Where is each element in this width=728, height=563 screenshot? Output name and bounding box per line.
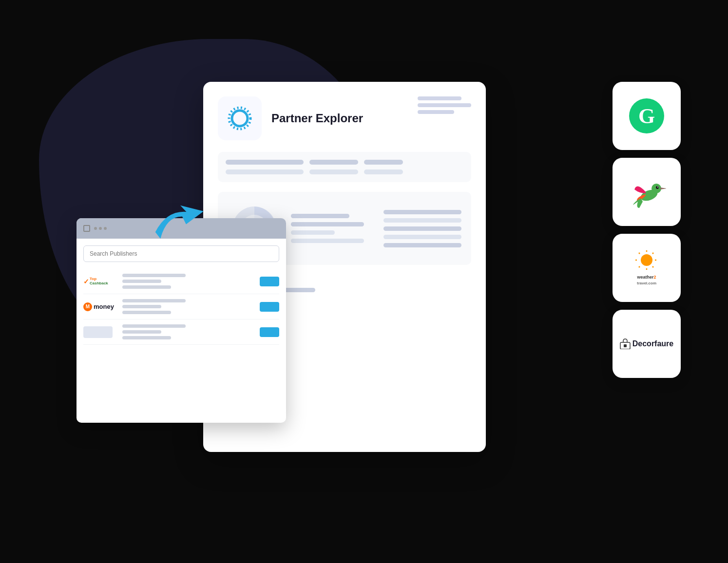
decorfaure-logo: Decorfaure xyxy=(620,338,673,349)
money-m-icon: M xyxy=(83,302,92,311)
svg-line-15 xyxy=(652,266,653,267)
money-text: money xyxy=(94,303,114,310)
publisher-content: ✓ Top Cashback xyxy=(77,239,286,352)
publisher-item-topcashback: ✓ Top Cashback xyxy=(83,269,279,294)
placeholder-button[interactable] xyxy=(260,327,279,337)
chart-info-line-2 xyxy=(291,222,364,226)
placeholder-line-2 xyxy=(122,330,161,334)
meta-line-1 xyxy=(418,96,461,100)
weather-travel-text: weather2 travel.com xyxy=(637,275,656,286)
topcashback-line-2 xyxy=(122,280,161,283)
hummingbird-logo xyxy=(627,175,666,209)
weather-travel-logo: weather2 travel.com xyxy=(632,249,661,286)
decorfaure-text-label: Decorfaure xyxy=(632,339,673,348)
browser-dot-1 xyxy=(94,227,97,230)
browser-square-icon xyxy=(83,225,90,232)
right-panel-line-4 xyxy=(383,235,461,239)
topcashback-line-1 xyxy=(122,274,186,277)
placeholder-line-1 xyxy=(122,324,186,328)
placeholder-logo-box xyxy=(83,326,113,338)
svg-line-14 xyxy=(639,266,640,267)
meta-line-2 xyxy=(418,103,471,107)
publisher-item-placeholder xyxy=(83,319,279,345)
clock-ring-icon xyxy=(226,105,253,132)
svg-point-6 xyxy=(656,186,659,189)
table-data-row xyxy=(226,169,463,174)
placeholder-lines xyxy=(122,324,255,339)
grammarly-g-logo: G xyxy=(629,98,664,133)
money-logo: M money xyxy=(83,300,117,314)
topcashback-line-3 xyxy=(122,285,171,289)
browser-dot-2 xyxy=(99,227,102,230)
table-header-cell-1 xyxy=(226,160,304,165)
scene-container: Partner Explorer xyxy=(47,43,681,520)
grammarly-card: G xyxy=(613,82,681,150)
right-panel-line-2 xyxy=(383,218,461,223)
meta-line-3 xyxy=(418,110,454,114)
svg-rect-18 xyxy=(624,344,627,347)
chart-info xyxy=(291,214,374,243)
table-data-cell-1 xyxy=(226,169,304,174)
money-button[interactable] xyxy=(260,302,279,312)
topcashback-logo: ✓ Top Cashback xyxy=(83,275,117,288)
topcashback-lines xyxy=(122,274,255,289)
klarify-card xyxy=(613,158,681,226)
logo-box xyxy=(218,96,262,140)
svg-line-16 xyxy=(639,253,640,254)
money-line-2 xyxy=(122,305,161,308)
placeholder-logo xyxy=(83,325,117,339)
blue-arrow xyxy=(145,194,212,256)
decorfaure-card: Decorfaure xyxy=(613,310,681,378)
browser-dots xyxy=(94,227,107,230)
table-section xyxy=(218,152,471,182)
right-panel-line-1 xyxy=(383,210,461,214)
table-data-cell-2 xyxy=(309,169,358,174)
weather2travel-card: weather2 travel.com xyxy=(613,234,681,302)
svg-point-7 xyxy=(657,187,658,188)
logo-cards-panel: G xyxy=(613,82,681,378)
table-header-row xyxy=(226,160,463,165)
placeholder-line-3 xyxy=(122,336,171,339)
money-line-1 xyxy=(122,299,186,302)
table-data-cell-3 xyxy=(364,169,403,174)
publisher-item-money: M money xyxy=(83,294,279,319)
svg-point-8 xyxy=(641,254,652,266)
right-panel-line-3 xyxy=(383,226,461,231)
table-header-cell-2 xyxy=(309,160,358,165)
browser-dot-3 xyxy=(104,227,107,230)
right-panel-line-5 xyxy=(383,243,461,247)
svg-point-1 xyxy=(232,111,248,126)
chart-right-panel xyxy=(383,210,461,247)
chart-info-line-3 xyxy=(291,230,335,235)
svg-line-13 xyxy=(652,253,653,254)
money-lines xyxy=(122,299,255,314)
chart-info-line-4 xyxy=(291,239,364,243)
panel-meta-lines xyxy=(418,96,471,114)
panel-header: Partner Explorer xyxy=(218,96,471,140)
table-header-cell-3 xyxy=(364,160,403,165)
money-line-3 xyxy=(122,311,171,314)
chart-info-line-1 xyxy=(291,214,349,218)
topcashback-button[interactable] xyxy=(260,277,279,286)
